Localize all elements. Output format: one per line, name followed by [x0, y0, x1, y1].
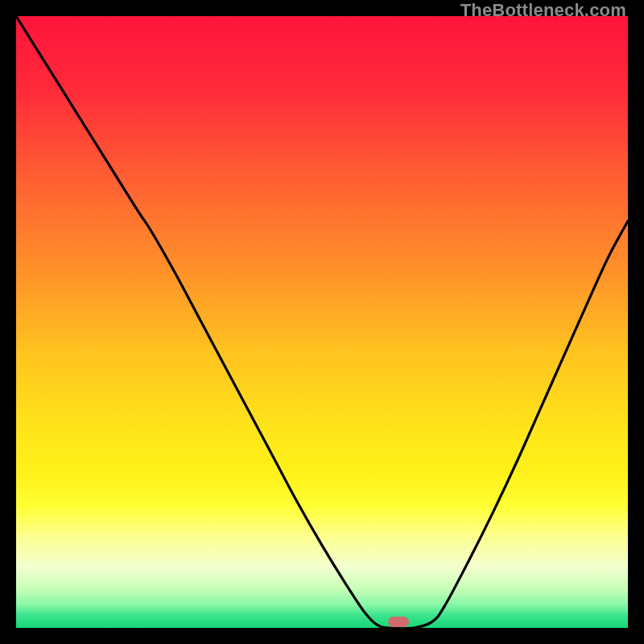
watermark-text: TheBottleneck.com — [460, 0, 626, 21]
bottleneck-chart — [16, 16, 628, 628]
gradient-background — [16, 16, 628, 628]
chart-frame: TheBottleneck.com — [0, 0, 644, 644]
optimum-marker — [388, 617, 409, 627]
